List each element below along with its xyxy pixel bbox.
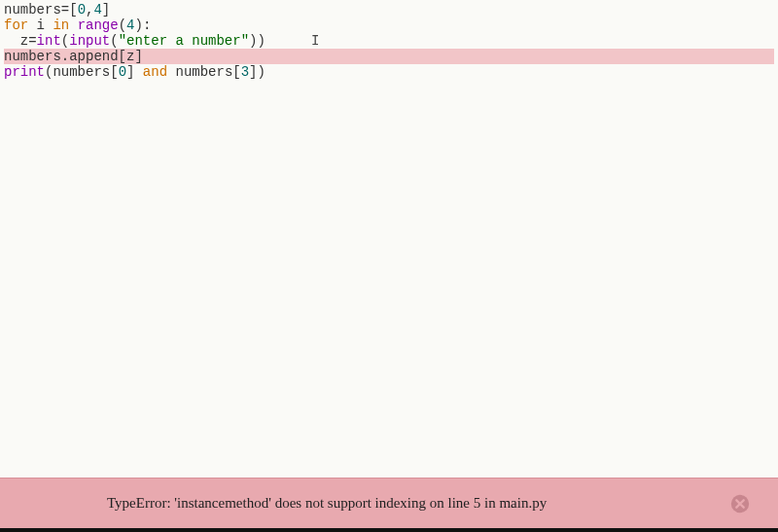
token: ] bbox=[126, 64, 143, 80]
token: (numbers[ bbox=[45, 64, 119, 80]
token: ( bbox=[110, 33, 118, 49]
code-editor[interactable]: numbers=[0,4] for i in range(4): z=int(i… bbox=[0, 0, 778, 478]
token: print bbox=[4, 64, 45, 80]
token: i bbox=[28, 18, 53, 33]
token: ]) bbox=[249, 64, 265, 80]
token: numbers[ bbox=[167, 64, 241, 80]
token: =[ bbox=[61, 2, 78, 18]
text-cursor-icon: I bbox=[311, 33, 319, 49]
token: )) bbox=[249, 33, 265, 49]
token: 4 bbox=[93, 2, 101, 18]
code-line-3: z=int(input("enter a number")) bbox=[4, 33, 774, 49]
token: ] bbox=[102, 2, 110, 18]
token: z= bbox=[4, 33, 37, 49]
token: in bbox=[53, 18, 69, 33]
code-line-2: for i in range(4): bbox=[4, 18, 774, 33]
token: ( bbox=[119, 18, 126, 33]
token: input bbox=[69, 33, 110, 49]
token: range bbox=[78, 18, 119, 33]
token: 3 bbox=[241, 64, 249, 80]
bottom-border bbox=[0, 528, 778, 532]
token: ( bbox=[61, 33, 69, 49]
token: 0 bbox=[119, 64, 126, 80]
error-message: TypeError: 'instancemethod' does not sup… bbox=[107, 495, 547, 512]
token: "enter a number" bbox=[119, 33, 249, 49]
code-line-1: numbers=[0,4] bbox=[4, 2, 774, 18]
error-notification-bar: TypeError: 'instancemethod' does not sup… bbox=[0, 478, 778, 528]
close-icon[interactable] bbox=[729, 493, 751, 514]
token: int bbox=[37, 33, 61, 49]
token: for bbox=[4, 18, 28, 33]
token: ): bbox=[134, 18, 151, 33]
token: numbers.append[z] bbox=[4, 49, 143, 64]
code-line-4-error: numbers.append[z] bbox=[4, 49, 774, 64]
token: and bbox=[143, 64, 167, 80]
token bbox=[69, 18, 77, 33]
token: 0 bbox=[78, 2, 86, 18]
token: numbers bbox=[4, 2, 61, 18]
code-line-5: print(numbers[0] and numbers[3]) bbox=[4, 64, 774, 80]
